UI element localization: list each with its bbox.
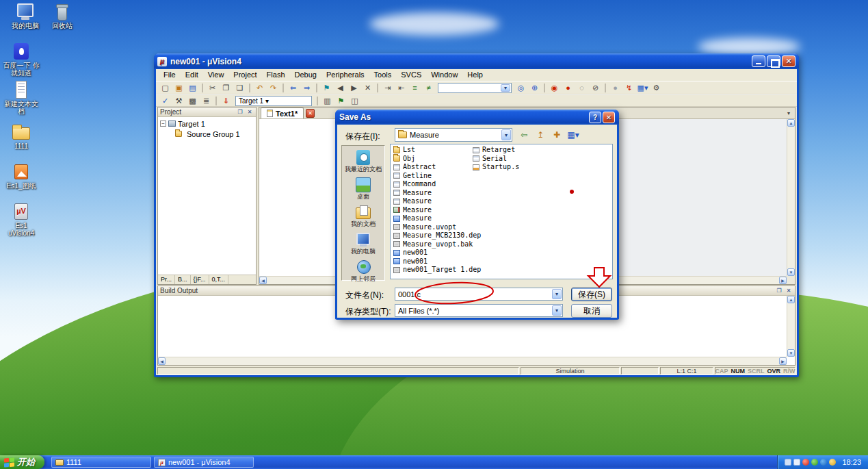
close-button[interactable]: ✕ bbox=[782, 55, 795, 67]
file-item[interactable]: Measure bbox=[393, 214, 481, 223]
panel-close-button[interactable]: ✕ bbox=[246, 108, 254, 116]
scroll-down-button[interactable]: ▼ bbox=[787, 349, 795, 357]
tab-templates[interactable]: 0,T... bbox=[209, 275, 229, 284]
file-item[interactable]: Retarget bbox=[473, 146, 519, 155]
place-my-documents[interactable]: 我的文档 bbox=[343, 205, 384, 227]
editor-vertical-scrollbar[interactable]: ▲ ▼ bbox=[787, 119, 795, 276]
select-target-button[interactable]: ▥ bbox=[321, 95, 334, 106]
file-item[interactable]: new001 bbox=[393, 249, 481, 257]
file-item[interactable]: Serial bbox=[473, 155, 519, 164]
chevron-down-icon[interactable]: ▾ bbox=[501, 84, 510, 92]
tab-list-button[interactable]: ▾ bbox=[784, 109, 793, 118]
file-item[interactable]: Obj bbox=[393, 155, 481, 164]
chevron-down-icon[interactable]: ▾ bbox=[552, 305, 562, 316]
dialog-title-bar[interactable]: Save As ? ✕ bbox=[335, 110, 619, 125]
panel-dock-button[interactable]: ❐ bbox=[236, 108, 244, 116]
desktop-icon-new-text-document[interactable]: 新建文本文档 bbox=[1, 81, 41, 115]
dialog-close-button[interactable]: ✕ bbox=[603, 112, 615, 123]
scroll-right-button[interactable]: ▶ bbox=[779, 277, 787, 284]
batch-build-button[interactable]: ≣ bbox=[200, 95, 213, 106]
find-button[interactable]: ◎ bbox=[514, 82, 527, 93]
undo-button[interactable]: ↶ bbox=[253, 82, 266, 93]
toolbar-separator[interactable] bbox=[215, 97, 217, 105]
menu-edit[interactable]: Edit bbox=[181, 69, 203, 81]
toolbar-separator[interactable] bbox=[249, 84, 250, 92]
navigate-forward-button[interactable]: ⇒ bbox=[300, 82, 313, 93]
file-item[interactable]: Getline bbox=[393, 172, 481, 181]
save-in-combo[interactable]: Measure ▾ bbox=[395, 128, 512, 142]
target-select-combo[interactable]: Target 1 ▾ bbox=[235, 96, 312, 106]
copy-button[interactable]: ❐ bbox=[220, 82, 233, 93]
build-vertical-scrollbar[interactable]: ▲ ▼ bbox=[787, 296, 795, 357]
desktop-icon-my-computer[interactable]: 我的电脑 bbox=[5, 3, 45, 29]
navigate-back-button[interactable]: ⇐ bbox=[287, 82, 300, 93]
save-file-button[interactable]: ▤ bbox=[186, 82, 199, 93]
tray-volume-icon[interactable] bbox=[829, 459, 836, 466]
open-file-button[interactable]: ▣ bbox=[172, 82, 185, 93]
flash-download-button[interactable]: ↯ bbox=[622, 82, 635, 93]
tab-functions[interactable]: {}F... bbox=[191, 275, 209, 284]
tree-item-source-group[interactable]: Source Group 1 bbox=[160, 129, 256, 139]
file-item[interactable]: Measure bbox=[393, 197, 481, 206]
tray-safety-icon[interactable] bbox=[811, 459, 818, 466]
menu-project[interactable]: Project bbox=[228, 69, 261, 81]
bookmark-clear-button[interactable]: ✕ bbox=[361, 82, 374, 93]
tray-security-icon[interactable] bbox=[802, 459, 809, 466]
paste-button[interactable]: ❏ bbox=[233, 82, 246, 93]
help-button[interactable]: ? bbox=[589, 112, 601, 123]
back-button[interactable]: ⇦ bbox=[516, 128, 531, 142]
title-bar[interactable]: µ new001 - μVision4 ✕ bbox=[154, 53, 799, 69]
place-my-computer[interactable]: 我的电脑 bbox=[343, 232, 384, 255]
scroll-down-button[interactable]: ▼ bbox=[787, 268, 795, 276]
menu-debug[interactable]: Debug bbox=[290, 69, 321, 81]
indent-button[interactable]: ⇥ bbox=[381, 82, 394, 93]
editor-tab-text1[interactable]: Text1* bbox=[261, 107, 304, 118]
menu-peripherals[interactable]: Peripherals bbox=[321, 69, 369, 81]
download-button[interactable]: ⇓ bbox=[220, 95, 233, 106]
cancel-button[interactable]: 取消 bbox=[571, 304, 612, 318]
menu-tools[interactable]: Tools bbox=[369, 69, 397, 81]
chevron-down-icon[interactable]: ▾ bbox=[501, 129, 511, 140]
redo-button[interactable]: ↷ bbox=[267, 82, 280, 93]
scroll-right-button[interactable]: ▶ bbox=[779, 357, 787, 365]
toolbar-separator[interactable] bbox=[317, 97, 318, 105]
start-button[interactable]: 开始 bbox=[0, 455, 44, 469]
window-layout-button[interactable]: ▦▾ bbox=[636, 82, 649, 93]
maximize-button[interactable] bbox=[767, 55, 780, 67]
taskbar-task-1111[interactable]: 1111 bbox=[51, 457, 151, 468]
place-network[interactable]: 网上邻居 bbox=[343, 259, 384, 282]
chevron-down-icon[interactable]: ▾ bbox=[552, 289, 562, 299]
breakpoint-toggle-button[interactable]: ● bbox=[562, 82, 575, 93]
scroll-up-button[interactable]: ▲ bbox=[787, 296, 795, 303]
filetype-select[interactable]: All Files (*.*) ▾ bbox=[395, 304, 563, 317]
toolbar-separator[interactable] bbox=[544, 84, 545, 92]
comment-button[interactable]: ≡ bbox=[408, 82, 421, 93]
taskbar-clock[interactable]: 18:23 bbox=[842, 458, 861, 466]
file-item[interactable]: Lst bbox=[393, 146, 481, 155]
tray-display-icon[interactable] bbox=[785, 459, 791, 466]
file-item[interactable]: Mcommand bbox=[393, 180, 481, 189]
tray-ime-icon[interactable] bbox=[793, 459, 800, 466]
menu-svcs[interactable]: SVCS bbox=[396, 69, 426, 81]
uncomment-button[interactable]: ≠ bbox=[422, 82, 435, 93]
debug-start-button[interactable]: ◉ bbox=[548, 82, 561, 93]
configure-button[interactable]: ⚙ bbox=[650, 82, 663, 93]
chevron-down-icon[interactable]: ▾ bbox=[265, 97, 269, 105]
desktop-icon-es1-uvision4[interactable]: Es1 uVision4 bbox=[1, 203, 41, 237]
menu-flash[interactable]: Flash bbox=[262, 69, 290, 81]
new-folder-button[interactable]: ✚ bbox=[549, 128, 564, 142]
cut-button[interactable]: ✂ bbox=[206, 82, 219, 93]
toolbar-separator[interactable] bbox=[202, 84, 203, 92]
desktop-icon-recycle-bin[interactable]: 回收站 bbox=[42, 3, 82, 29]
menu-window[interactable]: Window bbox=[426, 69, 462, 81]
bookmark-toggle-button[interactable]: ⚑ bbox=[320, 82, 333, 93]
rebuild-button[interactable]: ▩ bbox=[186, 95, 199, 106]
menu-file[interactable]: File bbox=[159, 69, 181, 81]
minimize-button[interactable] bbox=[752, 55, 765, 67]
scroll-up-button[interactable]: ▲ bbox=[787, 119, 795, 127]
file-item[interactable]: Abstract bbox=[393, 163, 481, 172]
new-file-button[interactable]: ▢ bbox=[159, 82, 172, 93]
find-in-files-button[interactable]: ⊕ bbox=[528, 82, 541, 93]
panel-close-button[interactable]: ✕ bbox=[785, 287, 793, 294]
panel-dock-button[interactable]: ❐ bbox=[775, 287, 783, 294]
